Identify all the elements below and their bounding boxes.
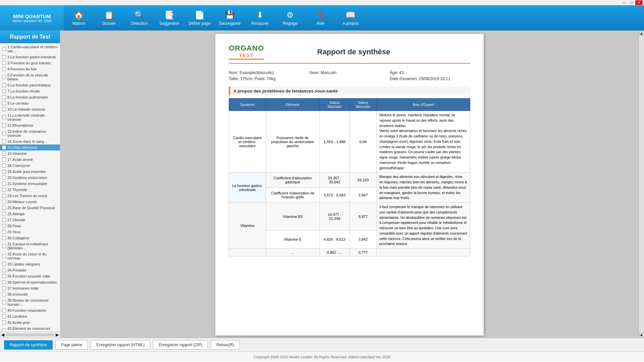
sidebar-checkbox-31[interactable] xyxy=(2,244,6,248)
sidebar-checkbox-18[interactable] xyxy=(2,164,6,168)
sidebar-item-19[interactable]: 19.Acide gras essentiel xyxy=(0,169,60,175)
bottom-tab-enregistrer-html[interactable]: Enregistrer rapport (HTML) xyxy=(91,340,150,350)
scroll-up-button[interactable]: ▲ xyxy=(639,31,644,36)
sidebar-checkbox-6[interactable] xyxy=(2,83,6,87)
sidebar-item-27[interactable]: 27.Obésité xyxy=(0,217,60,223)
sidebar-checkbox-28[interactable] xyxy=(2,224,6,228)
bottom-tab-enregistrer-zip[interactable]: Enregistrer rapport (ZIP) xyxy=(153,340,208,350)
sidebar-checkbox-10[interactable] xyxy=(2,107,6,111)
sidebar-checkbox-17[interactable] xyxy=(2,158,6,162)
sidebar-checkbox-19[interactable] xyxy=(2,170,6,174)
sidebar-checkbox-34[interactable] xyxy=(2,268,6,272)
sidebar-checkbox-38[interactable] xyxy=(2,292,6,296)
sidebar-item-38[interactable]: 38.Immunité xyxy=(0,291,60,297)
sidebar-checkbox-23[interactable] xyxy=(2,194,6,198)
sidebar-item-28[interactable]: 28.Peau xyxy=(0,223,60,229)
sidebar-checkbox-43[interactable] xyxy=(2,328,6,331)
nav-item-definir-page[interactable]: 📄Définir page xyxy=(184,5,215,31)
sidebar-item-33[interactable]: 33.Lipides sanguins xyxy=(0,261,60,267)
sidebar-item-8[interactable]: 8.La fonction pulmonaire xyxy=(0,94,60,100)
sidebar-item-4[interactable]: 4.Fonction du foie xyxy=(0,66,60,72)
sidebar-item-24[interactable]: 24.Métaux Lourds xyxy=(0,199,60,205)
sidebar-checkbox-12[interactable] xyxy=(2,123,6,127)
sidebar-checkbox-20[interactable] xyxy=(2,176,6,180)
sidebar-item-2[interactable]: 2.La fonction gastro-intestinal xyxy=(0,54,60,60)
sidebar-checkbox-4[interactable] xyxy=(2,67,6,71)
sidebar-checkbox-26[interactable] xyxy=(2,212,6,216)
sidebar-checkbox-29[interactable] xyxy=(2,230,6,234)
sidebar-checkbox-41[interactable] xyxy=(2,314,6,318)
nav-item-reglage[interactable]: ⚙Réglage xyxy=(275,5,305,31)
sidebar-list[interactable]: 1.Cardio-vasculaire et cérébro-vas...2.L… xyxy=(0,43,60,331)
sidebar-checkbox-2[interactable] xyxy=(2,55,6,59)
sidebar-checkbox-8[interactable] xyxy=(2,95,6,99)
sidebar-checkbox-35[interactable] xyxy=(2,274,6,278)
sidebar-item-3[interactable]: 3.Fonction du gros intestin xyxy=(0,60,60,66)
scroll-right-arrow[interactable]: ▶ xyxy=(56,333,59,337)
sidebar-checkbox-25[interactable] xyxy=(2,206,6,210)
sidebar-item-42[interactable]: 42.Acide gras xyxy=(0,319,60,325)
sidebar-item-31[interactable]: 31.Canaux et collatéraux (Méridien... xyxy=(0,241,60,251)
bottom-tab-rapport-synthese[interactable]: Rapport de synthèse xyxy=(4,340,53,350)
nav-item-sauvegarde[interactable]: 💾Sauvegarde xyxy=(215,5,245,31)
sidebar-item-5[interactable]: 5.Fonction de la vésicule biliaire xyxy=(0,72,60,82)
sidebar-item-20[interactable]: 20.Système endocrinien xyxy=(0,175,60,181)
sidebar-checkbox-7[interactable] xyxy=(2,89,6,93)
scroll-down-button[interactable]: ▼ xyxy=(639,333,644,338)
report-scroll[interactable]: ORGANO TEST Rapport de synthèse Nom: Exa… xyxy=(60,31,639,338)
sidebar-item-11[interactable]: 11.La densité minérale osseuse xyxy=(0,112,60,122)
sidebar-checkbox-1[interactable] xyxy=(2,47,6,51)
nav-item-aide[interactable]: ❓Aide xyxy=(305,5,335,31)
sidebar-item-36[interactable]: 36.Sperme et spermatozoïdes xyxy=(0,279,60,285)
sidebar-checkbox-9[interactable] xyxy=(2,101,6,105)
maximize-button[interactable]: □ xyxy=(628,0,635,5)
sidebar-item-43[interactable]: 43.Élément de ressources humaine... xyxy=(0,325,60,331)
nav-item-maison[interactable]: 🏠Maison xyxy=(64,5,94,31)
minimize-button[interactable]: — xyxy=(621,0,628,5)
sidebar-checkbox-3[interactable] xyxy=(2,61,6,65)
scroll-left-arrow[interactable]: ◀ xyxy=(1,333,4,337)
sidebar-item-6[interactable]: 6.La fonction pancréatique xyxy=(0,82,60,88)
sidebar-checkbox-15[interactable] xyxy=(2,145,6,149)
sidebar-item-29[interactable]: 29.Yeux xyxy=(0,229,60,235)
sidebar-checkbox-16[interactable] xyxy=(2,152,6,156)
nav-item-suggestion[interactable]: 📑Suggestion xyxy=(154,5,184,31)
right-scrollbar[interactable]: ▲ ▼ xyxy=(639,31,644,338)
sidebar-item-14[interactable]: 14.Sucre dans le sang xyxy=(0,138,60,144)
sidebar-item-30[interactable]: 30.Collagène xyxy=(0,235,60,241)
nav-item-restaurer[interactable]: ⬇Restaurer xyxy=(245,5,275,31)
sidebar-item-41[interactable]: 41.Lécithine xyxy=(0,313,60,319)
sidebar-item-25[interactable]: 25.Base de Qualité Physique xyxy=(0,205,60,211)
sidebar-checkbox-36[interactable] xyxy=(2,280,6,284)
sidebar-item-1[interactable]: 1.Cardio-vasculaire et cérébro-vas... xyxy=(0,44,60,54)
nav-item-dossier[interactable]: 📋Dossier xyxy=(94,5,124,31)
sidebar-item-37[interactable]: 37.Hormones mâle xyxy=(0,285,60,291)
sidebar-item-26[interactable]: 26.Allergie xyxy=(0,211,60,217)
sidebar-item-23[interactable]: 23.Les Toxines du corps xyxy=(0,193,60,199)
sidebar-item-15[interactable]: 15.Oligo-éléments xyxy=(0,144,60,150)
sidebar-checkbox-40[interactable] xyxy=(2,308,6,312)
sidebar-item-32[interactable]: 32.Pouls du coeur et du cerveau xyxy=(0,251,60,261)
sidebar-checkbox-27[interactable] xyxy=(2,218,6,222)
sidebar-checkbox-42[interactable] xyxy=(2,320,6,324)
sidebar-item-35[interactable]: 35.Fonction sexuelle mâle xyxy=(0,273,60,279)
sidebar-item-12[interactable]: 12.Rhumatisme xyxy=(0,122,60,128)
sidebar-checkbox-30[interactable] xyxy=(2,236,6,240)
sidebar-item-10[interactable]: 10.La maladie osseuse xyxy=(0,106,60,112)
bottom-tab-retour[interactable]: Retour(R) xyxy=(211,340,240,350)
sidebar-item-40[interactable]: 40.Fonction respiratoire xyxy=(0,307,60,313)
sidebar-checkbox-21[interactable] xyxy=(2,182,6,186)
sidebar-checkbox-14[interactable] xyxy=(2,139,6,143)
sidebar-item-16[interactable]: 16.Vitamine xyxy=(0,150,60,157)
sidebar-item-9[interactable]: 9.Le cerveau xyxy=(0,100,60,106)
sidebar-item-22[interactable]: 22.Thyroïde xyxy=(0,187,60,193)
nav-item-apropos[interactable]: 📖A propos xyxy=(335,5,366,31)
nav-item-detection[interactable]: 🔍Détection xyxy=(124,5,154,31)
sidebar-checkbox-39[interactable] xyxy=(2,300,6,304)
close-button[interactable]: ✕ xyxy=(635,0,643,5)
sidebar-item-34[interactable]: 34.Prostate xyxy=(0,267,60,273)
sidebar-item-39[interactable]: 39.Niveau de conscience humain... xyxy=(0,297,60,307)
sidebar-checkbox-37[interactable] xyxy=(2,286,6,290)
bottom-tab-page-pleine[interactable]: Page pleine xyxy=(55,340,88,350)
sidebar-item-13[interactable]: 13.Indice de croissance osseuse xyxy=(0,128,60,138)
